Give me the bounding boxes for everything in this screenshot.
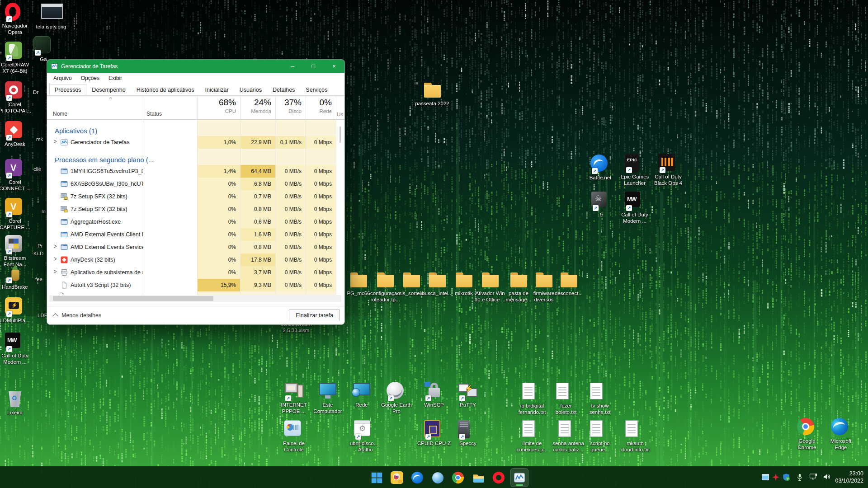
desktop-icon-google[interactable]: GoogleChrome	[788, 418, 826, 450]
desktop-icon-rede[interactable]: Rede	[342, 382, 381, 408]
desktop-icon-tv-show[interactable]: tv showsenha.txt	[580, 383, 619, 415]
process-row[interactable]: AMD External Events Client Mo...0%1,6 MB…	[47, 228, 344, 241]
desktop-icon-limite-de[interactable]: limite deconexoes p...	[513, 420, 552, 453]
tab-hist-rico-de-aplicativos[interactable]: Histórico de aplicativos	[131, 84, 200, 95]
desktop-icon-internet[interactable]: INTERNETPPPOE ...	[274, 382, 313, 414]
column-header-status[interactable]: Status	[146, 111, 162, 117]
process-name: Aplicativo de subsistema de spo...	[71, 269, 143, 276]
taskbar-explorer-button[interactable]	[472, 471, 485, 484]
tab-servi-os[interactable]: Serviços	[300, 84, 333, 95]
desktop-icon-anydesk[interactable]: AnyDesk	[0, 121, 34, 148]
tray-anydesk-icon[interactable]	[772, 473, 780, 481]
desktop-icon-ubnt-disco[interactable]: ubnt-disco...- Atalho	[344, 420, 383, 453]
process-group-header[interactable]: Processos em segundo plano (...	[47, 154, 344, 165]
column-header-cpu[interactable]: 68% CPU	[197, 98, 240, 118]
tab-detalhes[interactable]: Detalhes	[267, 84, 300, 95]
desktop-icon-desconect[interactable]: desconect...	[549, 270, 588, 297]
tray-network-display-icon[interactable]	[809, 473, 817, 481]
tab-processos[interactable]: Processos	[49, 84, 86, 95]
column-header-usuario-clipped[interactable]: Us	[337, 112, 343, 117]
taskbar-start-button[interactable]	[370, 471, 383, 484]
process-row[interactable]: 1MYIHGGS6Tu5zvcfru1P3_8y.exe1,4%64,4 MB0…	[47, 165, 344, 178]
tray-volume-icon[interactable]	[823, 473, 831, 481]
sort-indicator-icon[interactable]: ^	[109, 96, 112, 102]
process-row[interactable]: 6XA5BcGSsUBw_l30o_hcUTyl.exe0%6,8 MB0 MB…	[47, 178, 344, 190]
column-header-rede[interactable]: 0% Rede	[306, 98, 336, 118]
menu-arquivo[interactable]: Arquivo	[49, 74, 76, 83]
process-row[interactable]: >Aplicativo de subsistema de spo...0%3,7…	[47, 266, 344, 279]
tab-desempenho[interactable]: Desempenho	[86, 84, 131, 95]
process-name: AMD External Events Service M...	[71, 244, 143, 250]
tray-hidden-window-icon[interactable]	[761, 473, 769, 481]
tray-microphone-icon[interactable]	[796, 473, 804, 481]
expand-chevron-icon[interactable]: >	[54, 268, 57, 275]
taskbar-winbox-button[interactable]	[431, 471, 444, 484]
desktop-icon-call-of-duty[interactable]: Call of DutyModern ...	[0, 333, 34, 365]
maximize-button[interactable]: □	[303, 60, 324, 73]
process-group-header[interactable]: Aplicativos (1)	[47, 125, 344, 136]
process-row[interactable]: AggregatorHost.exe0%0,6 MB0 MB/s0 Mbps	[47, 216, 344, 228]
process-row[interactable]: 7z Setup SFX (32 bits)0%0,7 MB0 MB/s0 Mb…	[47, 190, 344, 203]
desktop-icon-corel[interactable]: CorelPHOTO-PAI...	[0, 81, 34, 114]
desktop-icon-fazer[interactable]: fazerboleto.txt	[547, 383, 585, 415]
close-button[interactable]: ×	[324, 60, 344, 73]
desktop-icon-lixeira[interactable]: Lixeira	[0, 389, 34, 416]
expand-chevron-icon[interactable]: >	[54, 243, 57, 250]
taskbar-opera-button[interactable]	[492, 471, 505, 484]
desktop-icon-handbrake[interactable]: HandBrake	[0, 264, 34, 291]
desktop-icon-battle-net[interactable]: Battle.net	[581, 155, 620, 181]
desktop-icon-passeata-2022[interactable]: passeata 2022	[413, 80, 452, 107]
vertical-scrollbar[interactable]	[340, 127, 341, 143]
menu-op-es[interactable]: Opções	[76, 74, 104, 83]
desktop-icon-ldmultipla[interactable]: LDMultiPla...	[0, 297, 34, 324]
end-task-button[interactable]: Finalizar tarefa	[289, 310, 340, 321]
column-header-nome[interactable]: Nome	[53, 111, 67, 117]
expand-chevron-icon[interactable]: >	[54, 255, 57, 263]
column-header-disco[interactable]: 37% Disco	[275, 98, 306, 118]
desktop-icon-call-of-duty[interactable]: Call of DutyBlack Ops 4	[649, 154, 688, 186]
desktop-icon-mkauth[interactable]: mkauthcloud info.txt	[616, 420, 655, 453]
process-row[interactable]: >Gerenciador de Tarefas1,0%22,9 MB0,1 MB…	[47, 136, 344, 149]
horizontal-scrollbar[interactable]	[49, 295, 341, 302]
column-header-memoria[interactable]: 24% Memória	[240, 98, 275, 118]
desktop-icon-corel[interactable]: CorelCONNECT ...	[0, 159, 34, 192]
desktop-icon-coreldraw[interactable]: CorelDRAWX7 (64-Bit)	[0, 42, 34, 74]
less-details-toggle[interactable]: Menos detalhes	[52, 312, 101, 319]
minimize-button[interactable]: –	[282, 60, 303, 73]
taskbar-chrome-button[interactable]	[452, 471, 464, 484]
desktop-icon-putty[interactable]: ⚡PuTTY	[448, 382, 487, 408]
menu-exibir[interactable]: Exibir	[104, 74, 127, 83]
desktop-icon-ip-brdigital[interactable]: ip brdigitalfernando.txt	[513, 383, 552, 415]
desktop-icon-call-of-duty[interactable]: Call of DutyModern ...	[615, 192, 654, 224]
desktop-icon-google-earth[interactable]: Google EarthPro	[377, 382, 416, 414]
taskbar-clock[interactable]: 23:00 03/10/2022	[835, 470, 863, 484]
desktop-icon-painel-de[interactable]: Painel deControle	[274, 420, 313, 453]
desktop-icon-cpuid-cpu-z[interactable]: CPUID CPU-Z	[415, 420, 453, 447]
process-row[interactable]: 7z Setup SFX (32 bits)0%0,8 MB0 MB/s0 Mb…	[47, 203, 344, 216]
taskbar-battlenet-button[interactable]	[411, 471, 424, 484]
doc-icon	[61, 282, 68, 289]
desktop-icon-bitstream[interactable]: BitstreamFont Na...	[0, 235, 34, 267]
taskbar-ldplayer-button[interactable]	[391, 471, 403, 484]
taskbar-taskmanager-button[interactable]	[510, 468, 528, 487]
desktop-icon-este[interactable]: EsteComputador	[308, 382, 347, 414]
expand-chevron-icon[interactable]: >	[54, 138, 57, 145]
process-row[interactable]: AutoIt v3 Script (32 bits)15,9%9,3 MB0 M…	[47, 279, 344, 291]
task-manager-window[interactable]: Gerenciador de Tarefas – □ × ArquivoOpçõ…	[47, 59, 345, 325]
tab-usu-rios[interactable]: Usuários	[234, 84, 267, 95]
desktop-icon-microsoft[interactable]: MicrosoftEdge	[821, 418, 860, 450]
desktop-icon-script-no[interactable]: script noqueue...	[580, 420, 619, 453]
process-row[interactable]: >AMD External Events Service M...0%0,8 M…	[47, 241, 344, 253]
desktop-icon-winscp[interactable]: WinSCP	[415, 382, 453, 408]
process-row[interactable]: >AnyDesk (32 bits)0%17,8 MB0 MB/s0 Mbps	[47, 253, 344, 266]
tray-security-shield-icon[interactable]	[782, 473, 790, 481]
scrollbar-thumb[interactable]	[53, 296, 213, 301]
process-mem-value: 64,4 MB	[240, 165, 275, 178]
desktop-icon-corel[interactable]: CorelCAPTURE ...	[0, 198, 34, 230]
desktop-icon-label: INTERNETPPPOE ...	[274, 402, 313, 414]
tab-inicializar[interactable]: Inicializar	[200, 84, 234, 95]
desktop-icon-navegador[interactable]: NavegadorOpera	[0, 3, 34, 35]
desktop-icon-speccy[interactable]: Speccy	[448, 420, 487, 447]
window-titlebar[interactable]: Gerenciador de Tarefas – □ ×	[47, 60, 344, 73]
desktop-icon-tela-ispfy-png[interactable]: tela ispfy.png	[32, 4, 71, 30]
